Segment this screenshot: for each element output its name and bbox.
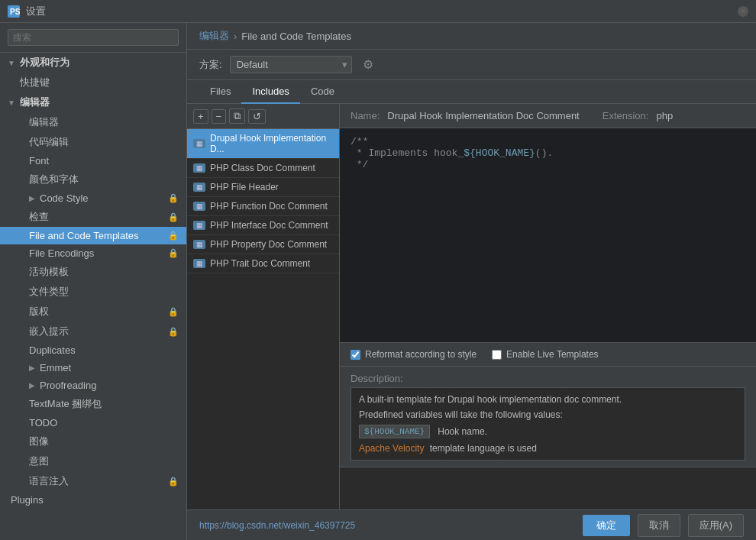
code-line-3: */ xyxy=(351,159,745,170)
lock-icon: 🔒 xyxy=(168,477,179,487)
remove-template-button[interactable]: − xyxy=(212,109,227,124)
description-label: Description: xyxy=(351,373,745,384)
sidebar-item-file-types[interactable]: 文件类型 xyxy=(0,282,186,302)
template-item-label: PHP Function Doc Comment xyxy=(210,201,328,212)
apply-button[interactable]: 应用(A) xyxy=(688,514,744,537)
sidebar-item-todo[interactable]: TODO xyxy=(0,414,186,432)
reset-template-button[interactable]: ↺ xyxy=(248,109,266,124)
template-list: ▦ Drupal Hook Implementation D... ▦ PHP … xyxy=(187,129,339,509)
template-item-php-trait[interactable]: ▦ PHP Trait Doc Comment xyxy=(187,254,339,273)
sidebar-item-shortcuts[interactable]: 快捷键 xyxy=(0,73,186,92)
tab-files[interactable]: Files xyxy=(199,80,241,104)
breadcrumb-current: File and Code Templates xyxy=(241,31,351,42)
main-container: ▼ 外观和行为 快捷键 ▼ 编辑器 编辑器 代码编辑 Font 颜色和字体 ▶ … xyxy=(0,23,756,540)
copy-template-button[interactable]: ⧉ xyxy=(229,108,245,124)
reformat-checkbox[interactable] xyxy=(351,350,360,360)
reformat-checkbox-label[interactable]: Reformat according to style xyxy=(351,349,477,360)
sidebar-item-textmate[interactable]: TextMate 捆绑包 xyxy=(0,394,186,414)
tabs-row: Files Includes Code xyxy=(187,80,756,104)
sidebar-item-inlay-hints[interactable]: 嵌入提示 🔒 xyxy=(0,322,186,341)
code-line-2: * Implements hook_${HOOK_NAME}(). xyxy=(351,147,745,159)
template-icon: ▦ xyxy=(193,163,205,173)
title-bar: PS 设置 ✕ xyxy=(0,0,756,23)
sidebar-item-color-font[interactable]: 颜色和字体 xyxy=(0,170,186,189)
tab-code[interactable]: Code xyxy=(300,80,345,104)
ok-button[interactable]: 确定 xyxy=(583,515,630,536)
sidebar-item-editor[interactable]: 编辑器 xyxy=(0,112,186,132)
sidebar-item-image[interactable]: 图像 xyxy=(0,432,186,451)
sidebar-item-editor-header[interactable]: ▼ 编辑器 xyxy=(0,92,186,112)
template-item-php-file[interactable]: ▦ PHP File Header xyxy=(187,178,339,197)
template-item-label: PHP Interface Doc Comment xyxy=(210,220,328,231)
reformat-label: Reformat according to style xyxy=(365,349,477,360)
sidebar-item-code-style[interactable]: ▶ Code Style 🔒 xyxy=(0,189,186,207)
sidebar-item-inspection[interactable]: 检查 🔒 xyxy=(0,207,186,227)
scheme-dropdown-wrap: Default xyxy=(230,56,352,73)
add-template-button[interactable]: + xyxy=(193,109,208,124)
scheme-row: 方案: Default ⚙ xyxy=(187,50,756,80)
lock-icon: 🔒 xyxy=(168,231,179,241)
template-item-label: PHP Trait Doc Comment xyxy=(210,258,310,269)
gear-button[interactable]: ⚙ xyxy=(360,56,376,73)
search-input[interactable] xyxy=(8,29,179,46)
chevron-icon: ▼ xyxy=(8,99,15,107)
template-icon: ▦ xyxy=(193,183,205,192)
svg-text:PS: PS xyxy=(10,8,20,16)
sidebar-item-intention[interactable]: 意图 xyxy=(0,451,186,471)
breadcrumb-separator: › xyxy=(234,31,237,42)
sidebar-item-duplicates[interactable]: Duplicates xyxy=(0,341,186,359)
template-item-php-interface[interactable]: ▦ PHP Interface Doc Comment xyxy=(187,216,339,235)
template-item-label: PHP Class Doc Comment xyxy=(210,163,315,173)
search-box xyxy=(0,23,186,53)
sidebar-item-appearance[interactable]: ▼ 外观和行为 xyxy=(0,53,186,73)
template-item-php-class[interactable]: ▦ PHP Class Doc Comment xyxy=(187,159,339,178)
lock-icon: 🔒 xyxy=(168,193,179,203)
name-ext-row: Name: Drupal Hook Implementation Doc Com… xyxy=(340,104,756,128)
template-item-drupal[interactable]: ▦ Drupal Hook Implementation D... xyxy=(187,129,339,159)
bottom-bar: https://blog.csdn.net/weixin_46397725 确定… xyxy=(187,509,756,540)
panel-split: + − ⧉ ↺ ▦ Drupal Hook Implementation D..… xyxy=(187,104,756,509)
template-icon: ▦ xyxy=(193,259,205,268)
sidebar-item-file-encodings[interactable]: File Encodings 🔒 xyxy=(0,244,186,262)
options-row: Reformat according to style Enable Live … xyxy=(340,342,756,367)
template-icon: ▦ xyxy=(193,221,205,230)
template-item-php-property[interactable]: ▦ PHP Property Doc Comment xyxy=(187,235,339,254)
template-item-php-function[interactable]: ▦ PHP Function Doc Comment xyxy=(187,197,339,216)
sidebar-item-lang-inject[interactable]: 语言注入 🔒 xyxy=(0,471,186,491)
scheme-select[interactable]: Default xyxy=(230,56,352,73)
cancel-button[interactable]: 取消 xyxy=(638,514,680,537)
sidebar-item-emmet[interactable]: ▶ Emmet xyxy=(0,359,186,377)
lock-icon: 🔒 xyxy=(168,307,179,317)
sidebar-item-live-templates[interactable]: 活动模板 xyxy=(0,262,186,282)
desc-var-row: ${HOOK_NAME} Hook name. xyxy=(359,425,737,438)
lock-icon: 🔒 xyxy=(168,212,179,222)
code-editor[interactable]: /** * Implements hook_${HOOK_NAME}(). */ xyxy=(340,128,756,342)
template-item-label: PHP Property Doc Comment xyxy=(210,239,327,250)
desc-note: Apache Velocity template language is use… xyxy=(359,443,737,454)
name-label: Name: xyxy=(351,110,380,121)
code-line-1: /** xyxy=(351,136,745,147)
breadcrumb-parent[interactable]: 编辑器 xyxy=(199,29,229,43)
sidebar-item-proofreading[interactable]: ▶ Proofreading xyxy=(0,377,186,394)
template-toolbar: + − ⧉ ↺ xyxy=(187,104,339,129)
template-icon: ▦ xyxy=(193,240,205,249)
lock-icon: 🔒 xyxy=(168,327,179,337)
sidebar: ▼ 外观和行为 快捷键 ▼ 编辑器 编辑器 代码编辑 Font 颜色和字体 ▶ … xyxy=(0,23,187,540)
title-bar-left: PS 设置 xyxy=(8,5,46,18)
scheme-label: 方案: xyxy=(199,58,222,72)
bottom-link[interactable]: https://blog.csdn.net/weixin_46397725 xyxy=(199,520,355,531)
title-bar-title: 设置 xyxy=(26,5,46,18)
sidebar-item-code-editing[interactable]: 代码编辑 xyxy=(0,132,186,152)
sidebar-item-copyright[interactable]: 版权 🔒 xyxy=(0,302,186,322)
desc-var-label: Hook name. xyxy=(438,426,487,437)
chevron-icon: ▶ xyxy=(29,381,35,390)
tab-includes[interactable]: Includes xyxy=(241,80,299,104)
sidebar-item-file-code-templates[interactable]: File and Code Templates 🔒 xyxy=(0,227,186,244)
live-templates-checkbox-label[interactable]: Enable Live Templates xyxy=(492,349,599,360)
content-header: 编辑器 › File and Code Templates xyxy=(187,23,756,50)
sidebar-item-font[interactable]: Font xyxy=(0,152,186,170)
sidebar-item-plugins[interactable]: Plugins xyxy=(0,491,186,509)
close-button[interactable]: ✕ xyxy=(738,6,748,17)
template-icon: ▦ xyxy=(193,139,205,148)
live-templates-checkbox[interactable] xyxy=(492,350,502,360)
